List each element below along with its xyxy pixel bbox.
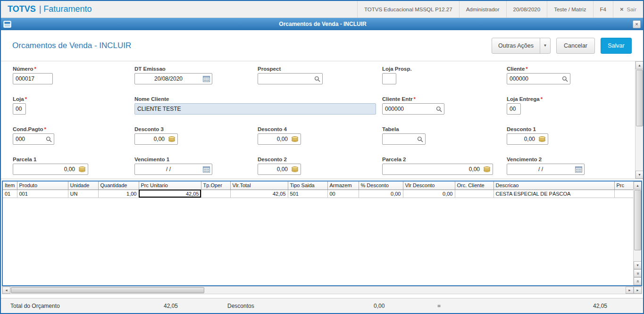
parcela2-input[interactable]	[383, 166, 482, 173]
field-label: Nome Cliente	[134, 96, 169, 102]
desconto1-input[interactable]	[507, 136, 537, 142]
date-label[interactable]: 20/08/2020	[506, 1, 547, 17]
search-icon[interactable]	[313, 76, 322, 82]
descontos-label: Descontos	[227, 303, 254, 309]
desconto3-input[interactable]	[135, 136, 167, 142]
scroll-down-icon[interactable]: ▼	[636, 171, 643, 179]
cell-descricao[interactable]: CESTA ESPECIAL DE PÁSCOA	[493, 190, 614, 198]
sair-button[interactable]: × Sair	[613, 1, 643, 17]
coins-icon[interactable]	[167, 136, 177, 142]
cond-pagto-input[interactable]	[13, 136, 45, 142]
desconto4-input[interactable]	[258, 136, 290, 142]
field-desconto4: Desconto 4	[258, 126, 301, 145]
scroll-right-icon[interactable]: ►	[626, 287, 634, 294]
scroll-left-icon[interactable]: ◄	[2, 287, 10, 294]
form-scrollbar[interactable]: ▲ ▼	[635, 61, 643, 179]
search-icon[interactable]	[435, 106, 444, 112]
scroll-right-end-icon[interactable]: ►	[634, 287, 642, 294]
grid-vertical-scrollbar[interactable]: ▲ ▼ » »	[633, 182, 641, 285]
cell-item[interactable]: 01	[3, 190, 17, 198]
grid-col-item[interactable]: Item	[3, 182, 17, 190]
cell-tp-oper[interactable]	[201, 190, 230, 198]
hscroll-thumb[interactable]	[11, 287, 204, 293]
dt-emissao-input[interactable]	[135, 75, 202, 82]
grid-col-vlr-desconto[interactable]: Vlr Desconto	[403, 182, 455, 190]
page-title: Orcamentos de Venda - INCLUIR	[12, 41, 492, 50]
chevron-down-icon[interactable]: ▼	[540, 38, 550, 53]
cliente-input[interactable]	[507, 75, 561, 82]
desconto2-input[interactable]	[258, 166, 290, 173]
grid-col-tipo-saida[interactable]: Tipo Saida	[288, 182, 327, 190]
outras-acoes-button[interactable]: Outras Ações ▼	[492, 38, 551, 54]
loja-prosp-input[interactable]	[383, 75, 396, 82]
calendar-icon[interactable]	[574, 166, 584, 173]
form-scrollbar-thumb[interactable]	[636, 70, 643, 126]
page-up-icon[interactable]: »	[634, 277, 642, 285]
field-label: Vencimento 1	[134, 157, 169, 162]
cell-orc-cliente[interactable]	[455, 190, 493, 198]
coins-icon[interactable]	[537, 136, 548, 142]
grid-col-orc-cliente[interactable]: Orc. Cliente	[455, 182, 493, 190]
grid-col-produto[interactable]: Produto	[17, 182, 68, 190]
cell-pct-desconto[interactable]: 0,00	[359, 190, 403, 198]
branch-menu[interactable]: Teste / Matriz	[547, 1, 593, 17]
search-icon[interactable]	[45, 136, 54, 142]
coins-icon[interactable]	[290, 136, 301, 142]
grid-col-prc-unitario[interactable]: Prc Unitario	[139, 182, 201, 190]
descontos-value: 0,00	[374, 303, 385, 309]
salvar-button[interactable]: Salvar	[601, 38, 632, 54]
calendar-icon[interactable]	[202, 75, 212, 82]
cell-tipo-saida[interactable]: 501	[288, 190, 327, 198]
cell-prc-unitario[interactable]: 42,05	[139, 190, 201, 198]
scroll-down-icon[interactable]: ▼	[634, 261, 642, 269]
close-x-icon: ×	[620, 6, 624, 13]
loja-input[interactable]	[13, 106, 25, 112]
page-down-icon[interactable]: »	[634, 269, 642, 277]
loja-entrega-input[interactable]	[507, 106, 520, 112]
grid-col-unidade[interactable]: Unidade	[68, 182, 98, 190]
field-numero: Número*	[13, 66, 53, 84]
calendar-icon[interactable]	[202, 166, 212, 173]
window-icon	[3, 21, 13, 28]
parcela1-input[interactable]	[13, 166, 77, 173]
coins-icon[interactable]	[482, 166, 493, 172]
cliente-entr-input[interactable]	[383, 106, 435, 112]
grid-horizontal-scrollbar[interactable]: ◄ ► ►	[2, 286, 642, 294]
coins-icon[interactable]	[77, 166, 88, 172]
grid-col-armazem[interactable]: Armazem	[327, 182, 359, 190]
cell-vlr-desconto[interactable]: 0,00	[403, 190, 455, 198]
top-menu: TOTVS Educacional MSSQL P12.27 Administr…	[357, 1, 643, 17]
cancelar-button[interactable]: Cancelar	[556, 38, 595, 54]
coins-icon[interactable]	[290, 166, 301, 172]
field-cond-pagto: Cond.Pagto*	[13, 126, 54, 145]
cell-vlr-total[interactable]: 42,05	[230, 190, 288, 198]
grid-scrollbar-thumb[interactable]	[634, 190, 641, 250]
prospect-input[interactable]	[258, 75, 313, 82]
scroll-up-icon[interactable]: ▲	[634, 182, 642, 190]
scroll-up-icon[interactable]: ▲	[636, 61, 643, 69]
grid-col-pct-desconto[interactable]: % Desconto	[359, 182, 403, 190]
user-menu[interactable]: Administrador	[459, 1, 506, 17]
search-icon[interactable]	[561, 76, 570, 82]
grid-col-vlr-total[interactable]: Vlr.Total	[230, 182, 288, 190]
field-loja-prosp: Loja Prosp.	[382, 66, 412, 84]
f4-button[interactable]: F4	[593, 1, 613, 17]
field-label: Número	[13, 66, 33, 72]
grid-col-tp-oper[interactable]: Tp.Oper	[201, 182, 230, 190]
grid-col-quantidade[interactable]: Quantidade	[98, 182, 139, 190]
cell-armazem[interactable]: 00	[327, 190, 359, 198]
field-label: Loja	[13, 96, 24, 102]
cell-unidade[interactable]: UN	[68, 190, 98, 198]
vencimento1-input[interactable]	[135, 166, 202, 173]
brand-name: TOTVS	[8, 4, 36, 14]
field-cliente-entr: Cliente Entr*	[382, 96, 444, 115]
field-label: Cliente	[507, 66, 525, 72]
tabela-input[interactable]	[383, 136, 416, 142]
cell-quantidade[interactable]: 1,00	[98, 190, 139, 198]
search-icon[interactable]	[416, 136, 425, 142]
cell-produto[interactable]: 001	[17, 190, 68, 198]
grid-col-descricao[interactable]: Descricao	[493, 182, 614, 190]
dialog-close-button[interactable]: ×	[633, 20, 641, 28]
numero-input[interactable]	[13, 75, 52, 82]
vencimento2-input[interactable]	[507, 166, 574, 173]
